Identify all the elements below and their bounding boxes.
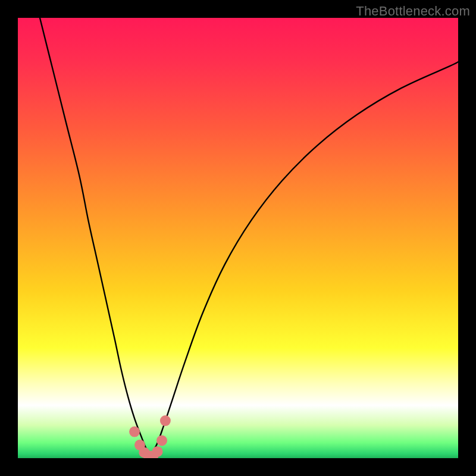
right-branch-curve: [150, 62, 458, 456]
trough-marker: [152, 446, 163, 457]
trough-marker: [129, 427, 140, 437]
plot-area: [18, 18, 458, 458]
chart-frame: TheBottleneck.com: [0, 0, 476, 476]
curve-layer: [18, 18, 458, 458]
left-branch-curve: [40, 18, 150, 456]
trough-marker: [160, 415, 171, 426]
trough-marker: [156, 435, 167, 446]
watermark-text: TheBottleneck.com: [356, 4, 470, 19]
